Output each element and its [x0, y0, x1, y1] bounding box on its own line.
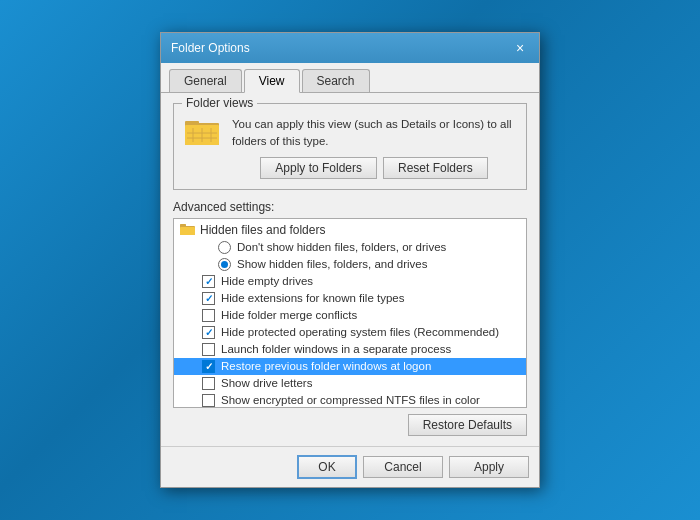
dont-show-label: Don't show hidden files, folders, or dri…: [237, 241, 446, 253]
apply-to-folders-button[interactable]: Apply to Folders: [260, 157, 377, 179]
checkbox-show-encrypted[interactable]: [202, 394, 215, 407]
tab-view[interactable]: View: [244, 69, 300, 93]
tab-search[interactable]: Search: [302, 69, 370, 92]
hidden-files-header-label: Hidden files and folders: [200, 223, 325, 237]
list-item-show-hidden[interactable]: Show hidden files, folders, and drives: [174, 256, 526, 273]
list-item-dont-show[interactable]: Don't show hidden files, folders, or dri…: [174, 239, 526, 256]
list-item-hide-protected[interactable]: Hide protected operating system files (R…: [174, 324, 526, 341]
show-hidden-label: Show hidden files, folders, and drives: [237, 258, 428, 270]
folder-views-description: You can apply this view (such as Details…: [232, 116, 516, 178]
checkbox-restore-previous[interactable]: [202, 360, 215, 373]
folder-icon: [184, 116, 222, 148]
dialog-content: Folder views: [161, 93, 539, 445]
radio-show-hidden-inner: [221, 261, 228, 268]
tab-bar: General View Search: [161, 63, 539, 93]
list-item-show-encrypted[interactable]: Show encrypted or compressed NTFS files …: [174, 392, 526, 408]
list-scroll-inner: Hidden files and folders Don't show hidd…: [174, 219, 526, 408]
advanced-settings-list[interactable]: Hidden files and folders Don't show hidd…: [173, 218, 527, 408]
hide-folder-merge-label: Hide folder merge conflicts: [221, 309, 357, 321]
list-item-hide-extensions[interactable]: Hide extensions for known file types: [174, 290, 526, 307]
svg-rect-9: [180, 224, 186, 227]
launch-folder-label: Launch folder windows in a separate proc…: [221, 343, 451, 355]
advanced-settings-label: Advanced settings:: [173, 200, 527, 214]
folder-views-text: You can apply this view (such as Details…: [232, 116, 516, 148]
hide-protected-label: Hide protected operating system files (R…: [221, 326, 499, 338]
restore-defaults-row: Restore Defaults: [173, 414, 527, 436]
list-header-hidden-files: Hidden files and folders: [174, 221, 526, 239]
checkbox-launch-folder[interactable]: [202, 343, 215, 356]
list-item-hide-empty-drives[interactable]: Hide empty drives: [174, 273, 526, 290]
folder-small-icon: [180, 223, 196, 236]
radio-dont-show[interactable]: [218, 241, 231, 254]
folder-views-inner: You can apply this view (such as Details…: [184, 116, 516, 178]
radio-show-hidden[interactable]: [218, 258, 231, 271]
cancel-button[interactable]: Cancel: [363, 456, 443, 478]
restore-previous-label: Restore previous folder windows at logon: [221, 360, 431, 372]
list-item-hide-folder-merge[interactable]: Hide folder merge conflicts: [174, 307, 526, 324]
checkbox-hide-folder-merge[interactable]: [202, 309, 215, 322]
folder-views-section: Folder views: [173, 103, 527, 189]
checkbox-show-drive-letters[interactable]: [202, 377, 215, 390]
checkbox-hide-empty-drives[interactable]: [202, 275, 215, 288]
folder-views-label: Folder views: [182, 96, 257, 110]
folder-options-dialog: Folder Options × General View Search Fol…: [160, 32, 540, 487]
title-bar: Folder Options ×: [161, 33, 539, 63]
apply-button[interactable]: Apply: [449, 456, 529, 478]
hide-extensions-label: Hide extensions for known file types: [221, 292, 404, 304]
svg-rect-10: [180, 227, 195, 235]
checkbox-hide-protected[interactable]: [202, 326, 215, 339]
list-item-restore-previous[interactable]: Restore previous folder windows at logon: [174, 358, 526, 375]
ok-button[interactable]: OK: [297, 455, 357, 479]
checkbox-hide-extensions[interactable]: [202, 292, 215, 305]
dialog-title: Folder Options: [171, 41, 250, 55]
close-button[interactable]: ×: [511, 39, 529, 57]
show-encrypted-label: Show encrypted or compressed NTFS files …: [221, 394, 480, 406]
reset-folders-button[interactable]: Reset Folders: [383, 157, 488, 179]
list-item-launch-folder[interactable]: Launch folder windows in a separate proc…: [174, 341, 526, 358]
restore-defaults-button[interactable]: Restore Defaults: [408, 414, 527, 436]
list-item-show-drive-letters[interactable]: Show drive letters: [174, 375, 526, 392]
hide-empty-drives-label: Hide empty drives: [221, 275, 313, 287]
show-drive-letters-label: Show drive letters: [221, 377, 312, 389]
folder-views-buttons: Apply to Folders Reset Folders: [232, 157, 516, 179]
tab-general[interactable]: General: [169, 69, 242, 92]
dialog-bottom: OK Cancel Apply: [161, 446, 539, 487]
